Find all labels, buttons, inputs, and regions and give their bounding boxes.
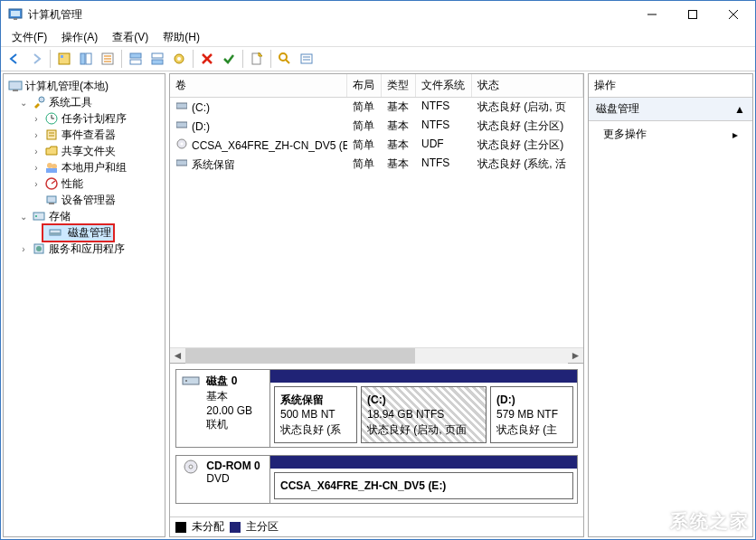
volume-list: 卷 布局 类型 文件系统 状态 (C:) 简单 基本 NTFS 状态良好 (启动… [170,74,583,363]
menu-view[interactable]: 查看(V) [105,28,156,47]
tree-event-viewer[interactable]: ›事件查看器 [31,127,163,143]
tree-label: 系统工具 [49,95,92,110]
left-panel: 计算机管理(本地) ⌄ 系统工具 ›任务计划程序 ›事件查看器 ›共享文件夹 ›… [3,73,165,537]
part-title: (C:) [367,393,386,406]
svg-rect-51 [176,103,187,109]
storage-icon [32,209,46,223]
expander-icon[interactable]: › [31,147,42,156]
disk-row[interactable]: 磁盘 0 基本 20.00 GB 联机 系统保留 500 MB NT 状态良好 … [175,369,578,448]
expander-icon[interactable]: › [31,163,42,173]
tree-disk-management[interactable]: 磁盘管理 [31,224,163,241]
computer-icon [8,79,23,93]
expander-icon[interactable]: › [31,114,42,124]
part-title: 系统保留 [280,393,324,406]
tree-shared-folders[interactable]: ›共享文件夹 [31,143,163,159]
tree-device-manager[interactable]: 设备管理器 [31,192,163,208]
partition-cell[interactable]: (D:) 579 MB NTF 状态良好 (主 [490,386,573,443]
settings-button[interactable] [169,49,189,69]
legend: 未分配 主分区 [170,516,583,536]
disk-row[interactable]: CD-ROM 0 DVD CCSA_X64FRE_ZH-CN_DV5 (E:) [175,455,578,504]
svg-point-31 [39,97,44,102]
svg-rect-1 [11,11,20,16]
legend-label: 未分配 [192,519,224,535]
part-status: 状态良好 (启动, 页面 [367,423,467,436]
hscrollbar[interactable]: ◄ ► [170,347,583,363]
view-bottom-button[interactable] [147,49,167,69]
disk-info: CD-ROM 0 DVD [176,456,270,503]
scroll-track[interactable] [185,348,568,364]
svg-rect-35 [47,130,56,139]
expander-icon[interactable]: ⌄ [18,212,29,222]
tree-performance[interactable]: ›性能 [31,175,163,192]
folder-icon [44,144,59,158]
event-icon [44,128,59,142]
table-row[interactable]: (D:) 简单 基本 NTFS 状态良好 (主分区) [170,117,583,136]
col-name[interactable]: 卷 [170,74,347,97]
menu-help[interactable]: 帮助(H) [156,28,207,47]
svg-point-57 [185,380,187,382]
svg-rect-45 [33,213,44,220]
selection-highlight: 磁盘管理 [42,223,115,242]
tree-services-apps[interactable]: › 服务和应用程序 [18,241,163,257]
forward-button[interactable] [26,49,46,69]
actions-label: 更多操作 [603,127,647,142]
tree-storage[interactable]: ⌄ 存储 [18,208,163,224]
partition-cell[interactable]: CCSA_X64FRE_ZH-CN_DV5 (E:) [274,472,573,499]
col-type[interactable]: 类型 [382,74,416,97]
menu-file[interactable]: 文件(F) [5,28,54,47]
find-button[interactable] [275,49,295,69]
partition-cell-selected[interactable]: (C:) 18.94 GB NTFS 状态良好 (启动, 页面 [361,386,487,443]
actions-more[interactable]: 更多操作 ▸ [589,121,752,147]
tree-task-scheduler[interactable]: ›任务计划程序 [31,110,163,127]
view-top-button[interactable] [126,49,146,69]
expander-icon[interactable]: › [31,130,42,140]
right-panel: 操作 磁盘管理 ▲ 更多操作 ▸ [588,73,753,537]
cell: 基本 [382,137,416,154]
partition-cell[interactable]: 系统保留 500 MB NT 状态良好 (系 [274,386,357,443]
svg-rect-56 [183,377,199,384]
disk-kind: 基本 [206,390,228,403]
maximize-button[interactable] [672,2,713,28]
expander-icon[interactable]: ⌄ [18,98,29,108]
table-row[interactable]: 系统保留 简单 基本 NTFS 状态良好 (系统, 活 [170,155,583,175]
scroll-left-icon[interactable]: ◄ [170,348,185,364]
svg-point-24 [279,53,287,61]
cell: NTFS [416,118,472,135]
view-button-2[interactable] [76,49,96,69]
tree-local-users[interactable]: ›本地用户和组 [31,159,163,175]
collapse-icon: ▲ [734,103,745,116]
check-button[interactable] [219,49,239,69]
col-layout[interactable]: 布局 [347,74,382,97]
view-button-1[interactable] [54,49,74,69]
tree-systools[interactable]: ⌄ 系统工具 [18,94,163,110]
minimize-button[interactable] [631,2,672,28]
scroll-thumb[interactable] [185,348,415,364]
legend-swatch-primary [230,522,241,533]
list-button[interactable] [297,49,317,69]
delete-button[interactable] [197,49,217,69]
properties-button[interactable] [98,49,118,69]
tree-label: 事件查看器 [61,128,116,143]
tree-root[interactable]: 计算机管理(本地) [5,78,163,94]
svg-rect-16 [130,60,141,64]
cell: (D:) [192,120,210,133]
expander-icon[interactable]: › [18,244,29,254]
svg-rect-48 [50,232,61,235]
titlebar: 计算机管理 [1,1,755,28]
table-row[interactable]: (C:) 简单 基本 NTFS 状态良好 (启动, 页 [170,98,583,117]
scroll-right-icon[interactable]: ► [568,348,583,364]
tree-label: 共享文件夹 [61,144,116,159]
new-button[interactable] [247,49,267,69]
center-panel: 卷 布局 类型 文件系统 状态 (C:) 简单 基本 NTFS 状态良好 (启动… [169,73,584,537]
col-fs[interactable]: 文件系统 [416,74,472,97]
svg-point-59 [189,465,193,469]
tree-label: 磁盘管理 [68,226,111,239]
menu-action[interactable]: 操作(A) [54,28,105,47]
back-button[interactable] [5,49,24,69]
col-status[interactable]: 状态 [472,74,583,97]
table-row[interactable]: CCSA_X64FRE_ZH-CN_DV5 (E:) 简单 基本 UDF 状态良… [170,136,583,155]
close-button[interactable] [713,2,753,28]
expander-icon[interactable]: › [31,179,42,189]
menubar: 文件(F) 操作(A) 查看(V) 帮助(H) [1,28,755,46]
actions-diskmgmt[interactable]: 磁盘管理 ▲ [589,98,752,121]
